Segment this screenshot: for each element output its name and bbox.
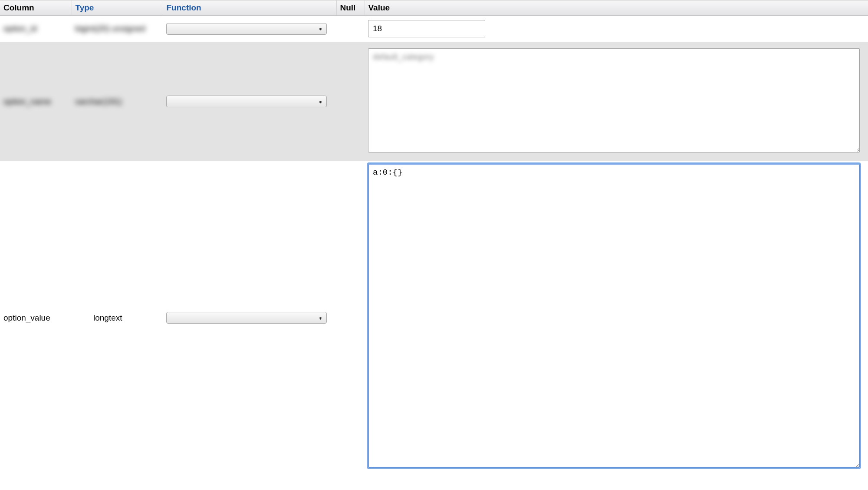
table-row: option_value longtext	[0, 161, 868, 475]
column-header-value: Value	[365, 0, 868, 16]
function-select-wrap	[166, 312, 327, 324]
row2-column-name: option_value	[3, 313, 50, 322]
row2-function-select[interactable]	[166, 312, 327, 324]
db-edit-table: Column Type Function Null Value option_i…	[0, 0, 868, 474]
row2-null-cell	[336, 161, 365, 475]
row1-value-textarea[interactable]: <span></span>	[368, 48, 860, 152]
column-header-column: Column	[0, 0, 72, 16]
row0-null-cell	[336, 16, 365, 42]
row0-value-input[interactable]	[368, 20, 485, 37]
row0-function-select[interactable]	[166, 23, 327, 35]
column-header-null: Null	[336, 0, 365, 16]
function-select-wrap	[166, 23, 327, 35]
row2-value-textarea[interactable]	[368, 164, 860, 468]
table-header-row: Column Type Function Null Value	[0, 0, 868, 16]
row2-type: longtext	[93, 313, 122, 322]
row1-type: varchar(191)	[75, 97, 122, 106]
table-row: option_id bigint(20) unsigned	[0, 16, 868, 42]
row0-type: bigint(20) unsigned	[75, 24, 145, 33]
row1-null-cell	[336, 42, 365, 161]
column-header-function[interactable]: Function	[163, 0, 336, 16]
function-select-wrap	[166, 96, 327, 107]
table-row: option_name varchar(191) <span></span>	[0, 42, 868, 161]
column-header-type[interactable]: Type	[72, 0, 163, 16]
row1-function-select[interactable]	[166, 96, 327, 107]
row0-column-name: option_id	[3, 24, 37, 33]
row1-column-name: option_name	[3, 97, 51, 106]
